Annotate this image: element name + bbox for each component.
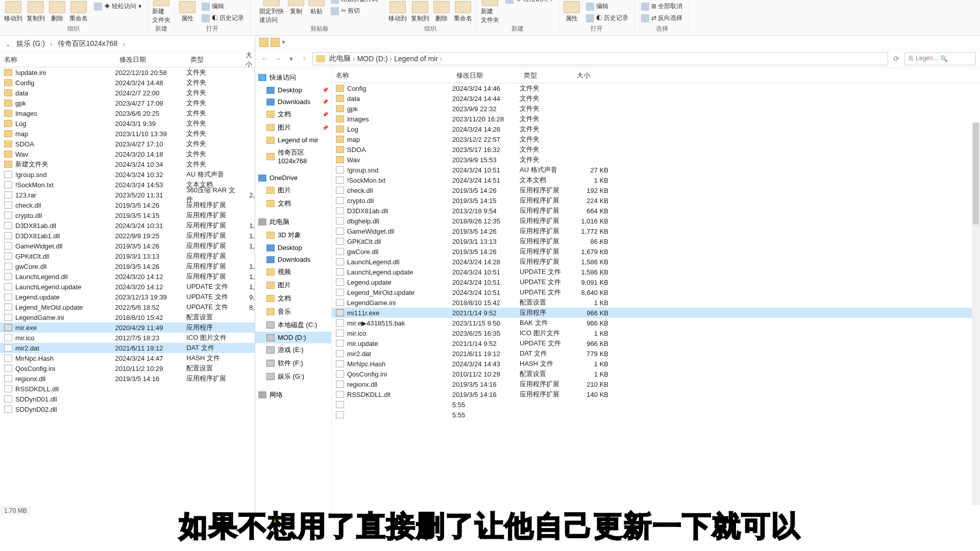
breadcrumb-item[interactable]: 娱乐 (G:) [15,39,46,48]
nav-item[interactable]: 软件 (F:) [255,357,331,370]
ribbon-button[interactable]: 复制到 [411,1,429,23]
up-button[interactable]: ↑ [299,54,309,64]
file-row[interactable]: Images2023/11/20 16:28文件夹 [332,114,980,124]
file-row[interactable]: map2023/11/10 13:39文件夹 [0,129,255,139]
file-row[interactable]: D3DX81ab.dll2013/2/18 9:54应用程序扩展664 KB [332,206,980,216]
file-row[interactable]: Log2024/3/1 9:39文件夹 [0,118,255,129]
file-row[interactable]: MirNpc.Hash2024/3/24 14:47HASH 文件 [0,353,255,363]
back-button[interactable]: ← [259,54,270,64]
file-row[interactable]: Images2023/6/6 20:25文件夹 [0,108,255,118]
file-row[interactable]: SDOA2023/5/17 16:32文件夹 [332,144,980,155]
file-row[interactable]: gpk2023/4/27 17:09文件夹 [0,98,255,108]
file-row[interactable]: check.dll2019/3/5 14:26应用程序扩展 [0,200,255,210]
forward-button[interactable]: → [273,54,283,64]
nav-item[interactable]: 娱乐 (G:) [255,370,331,383]
file-row[interactable]: mir2.dat2021/6/11 19:12DAT 文件779 KB [332,348,980,359]
column-header-type[interactable]: 类型 [520,71,573,80]
file-row[interactable]: mir.ico2012/7/5 18:23ICO 图片文件 [0,333,255,343]
file-row[interactable]: QosConfig.ini2010/11/2 10:29配置设置 [0,363,255,373]
file-row[interactable]: Legend.update2024/3/24 10:51UPDATE 文件9,0… [332,277,980,287]
nav-item[interactable]: Downloads📌 [255,96,331,108]
file-row[interactable]: 新建文件夹2024/3/24 10:34文件夹 [0,159,255,169]
ribbon-button[interactable]: 删除 [49,1,65,23]
ribbon-button[interactable]: 属性 [564,1,580,23]
ribbon-button[interactable]: 删除 [433,1,450,23]
file-row[interactable]: LegendGame.ini2018/8/10 15:42配置设置 [0,312,255,322]
qat-dropdown[interactable]: ▾ [282,38,285,47]
nav-item[interactable]: 图片📌 [255,121,331,134]
ribbon-button[interactable]: 移动到 [388,1,407,23]
file-row[interactable]: regionx.dll2019/3/5 14:16应用程序扩展210 KB [332,379,980,389]
column-header-name[interactable]: 名称 [332,71,452,80]
ribbon-button[interactable]: 复制 [288,0,304,16]
file-row[interactable]: mir2.dat2021/6/11 19:12DAT 文件 [0,343,255,353]
ribbon-button[interactable]: 粘贴 [308,0,325,16]
ribbon-button[interactable]: 移动到 [4,1,22,23]
file-row[interactable]: mi111r.exe2021/1/14 9:52应用程序966 KB [332,308,980,318]
search-input[interactable]: 在 Legen... 🔍 [904,52,976,65]
file-row[interactable]: RSSDKDLL.dll [0,384,255,394]
file-row[interactable]: LaunchLegend.dll2024/3/24 14:28应用程序扩展1,5… [332,257,980,267]
column-header-size[interactable]: 大小 [241,51,255,69]
file-row[interactable]: mir.e▶4318515.bak2023/11/15 9:50BAK 文件96… [332,318,980,328]
file-row[interactable]: QosConfig.ini2010/11/2 10:29配置设置1 KB [332,369,980,379]
file-row[interactable]: MirNpc.Hash2024/3/24 14:43HASH 文件1 KB [332,359,980,369]
ribbon-small-button[interactable]: ◈ 轻松访问 ▾ [503,0,555,5]
file-row[interactable]: mir.exe2020/4/29 11:49应用程序 [0,322,255,333]
file-row[interactable]: 5:55 [332,410,980,420]
ribbon-button[interactable]: 属性 [179,1,195,23]
file-row[interactable]: check.dll2019/3/5 14:26应用程序扩展192 KB [332,185,980,195]
file-row[interactable]: mir.ico2023/6/25 16:35ICO 图片文件1 KB [332,328,980,338]
column-header-size[interactable]: 大小 [573,71,608,80]
nav-item[interactable]: 文档 [255,197,331,210]
file-row[interactable]: 5:55 [332,399,980,410]
nav-item[interactable]: OneDrive [255,172,331,184]
file-row[interactable]: D3DX81ab1.dll2022/9/9 19:25应用程序扩展1, [0,231,255,241]
file-row[interactable]: crypto.dll2019/3/5 14:15应用程序扩展 [0,210,255,220]
nav-item[interactable]: 快速访问 [255,71,331,84]
file-row[interactable]: !SockMon.txt2024/3/24 14:51文本文档1 KB [332,175,980,185]
ribbon-button[interactable]: 重命名 [454,1,472,23]
address-box[interactable]: 此电脑›MOD (D:)›Legend of mir› [312,52,888,65]
file-row[interactable]: LegendGame.ini2018/8/10 15:42配置设置1 KB [332,297,980,308]
file-row[interactable]: mir.update2021/1/14 9:52UPDATE 文件966 KB [332,338,980,348]
nav-item[interactable]: MOD (D:) [255,332,331,343]
file-row[interactable]: GameWidget.dll2019/3/5 14:26应用程序扩展1, [0,241,255,251]
nav-item[interactable]: 传奇百区1024x768 [255,146,331,167]
file-row[interactable]: Config2024/3/24 14:46文件夹 [332,83,980,93]
scroll-thumb[interactable] [973,122,979,224]
file-row[interactable]: Legend_MirOld.update2022/5/6 18:52UPDATE… [0,302,255,312]
nav-item[interactable]: 本地磁盘 (C:) [255,318,331,332]
file-row[interactable]: data2024/2/7 22:00文件夹 [0,88,255,98]
nav-item[interactable]: 音乐 [255,305,331,318]
breadcrumb-item[interactable]: MOD (D:) [356,55,389,63]
file-row[interactable]: Legend_MirOld.update2024/3/24 10:51UPDAT… [332,287,980,297]
recent-button[interactable]: ▾ [286,54,296,64]
file-row[interactable]: gwCore.dll2019/3/5 14:26应用程序扩展1, [0,261,255,271]
ribbon-button[interactable]: 固定到快 速访问 [259,0,284,24]
nav-item[interactable]: Downloads [255,254,331,265]
nav-item[interactable]: Desktop [255,242,331,254]
nav-item[interactable]: 网络 [255,388,331,402]
nav-item[interactable]: 文档📌 [255,108,331,121]
ribbon-button[interactable]: 复制到 [27,1,45,23]
nav-item[interactable]: 游戏 (E:) [255,343,331,357]
file-row[interactable]: data2024/3/24 14:44文件夹 [332,93,980,104]
breadcrumb-item[interactable]: 传奇百区1024x768 [57,39,119,48]
ribbon-small-button[interactable]: ◐ 历史记录 [200,13,246,23]
file-row[interactable]: GPKitClt.dll2019/3/1 13:13应用程序扩展86 KB [332,236,980,246]
file-row[interactable]: SDDynD01.dll [0,394,255,404]
file-row[interactable]: GameWidget.dll2019/3/5 14:26应用程序扩展1,772 … [332,226,980,236]
nav-item[interactable]: 文档 [255,292,331,305]
nav-item[interactable]: Desktop📌 [255,84,331,96]
ribbon-small-button[interactable]: ◐ 历史记录 [584,13,630,23]
ribbon-button[interactable]: 新建 文件夹 [481,0,499,24]
breadcrumb-item[interactable]: Legend of mir [393,55,439,63]
file-row[interactable]: map2023/12/2 22:57文件夹 [332,134,980,144]
file-row[interactable]: Wav2024/3/20 14:18文件夹 [0,149,255,159]
file-row[interactable]: SDOA2023/4/27 17:10文件夹 [0,139,255,149]
column-header-date[interactable]: 修改日期 [115,55,187,64]
ribbon-small-button[interactable]: 粘贴快捷方式 [329,0,380,5]
file-row[interactable]: GPKitClt.dll2019/3/1 13:13应用程序扩展 [0,251,255,261]
ribbon-button[interactable]: 新建 文件夹 [152,0,170,24]
